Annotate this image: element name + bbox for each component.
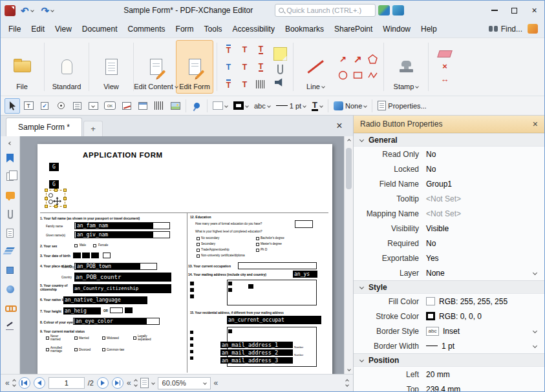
prop-row-fill-color[interactable]: Fill ColorRGB: 255, 255, 255 [354, 294, 544, 309]
minimize-button[interactable] [484, 1, 504, 20]
redacted-field[interactable]: G [49, 180, 59, 189]
prop-row-mapping-name[interactable]: Mapping Name<Not Set> [354, 206, 544, 221]
undo-dropdown-chevron-icon[interactable] [30, 8, 34, 12]
signature-field-tool-button[interactable] [119, 98, 134, 114]
overflow-chevron[interactable]: « [127, 379, 131, 387]
overflow-chevron[interactable]: « [5, 379, 10, 387]
splitter-handle[interactable] [13, 380, 16, 386]
sidebar-item-attachments[interactable] [1, 205, 19, 223]
checkbox-field[interactable] [197, 249, 200, 252]
menu-file[interactable]: File [3, 20, 26, 37]
redacted-field[interactable]: an_giv_nam [76, 232, 153, 238]
zoom-select[interactable]: 60.05% [158, 377, 211, 389]
fill-color-swatch[interactable] [426, 297, 435, 305]
list-box-tool-button[interactable] [69, 98, 85, 114]
page-layout-chevron-icon[interactable] [151, 381, 155, 385]
menu-comments[interactable]: Comments [123, 20, 171, 37]
prop-row-top[interactable]: Top239.4 mm [354, 382, 544, 391]
document-canvas[interactable]: APPLICATION FORM G G [20, 136, 344, 374]
redacted-field[interactable] [190, 282, 194, 285]
redacted-field[interactable]: an_native_language [63, 296, 147, 304]
scroll-up-button[interactable] [345, 136, 353, 145]
prop-row-visibility[interactable]: VisibilityVisible [354, 221, 544, 236]
page-number-input[interactable] [48, 377, 85, 389]
text-field-tool-button[interactable]: T [21, 98, 36, 114]
properties-button[interactable]: Properties... [375, 98, 429, 114]
resize-handle[interactable] [63, 189, 67, 192]
format-dropdown[interactable]: None [331, 98, 369, 114]
redacted-field[interactable] [228, 329, 232, 333]
line-tool-button[interactable]: Line [297, 40, 334, 94]
redacted-field[interactable] [190, 331, 193, 334]
scrollbar-thumb[interactable] [346, 148, 352, 189]
redo-button[interactable]: ↷ [39, 5, 57, 17]
chevron-down-icon[interactable] [533, 344, 537, 348]
redacted-field[interactable] [228, 282, 232, 285]
menu-form[interactable]: Form [171, 20, 199, 37]
hscroll-arrows[interactable] [346, 380, 348, 386]
redacted-field[interactable] [190, 337, 193, 340]
pan-tool-icon[interactable] [528, 24, 538, 34]
strikeout-text-icon[interactable]: T [254, 60, 268, 74]
labeled-field-icon[interactable]: T [222, 77, 236, 92]
menu-document[interactable]: Document [77, 20, 123, 37]
border-width-dropdown[interactable]: 1 pt [273, 98, 308, 114]
redacted-field[interactable] [190, 344, 193, 347]
maximize-button[interactable] [504, 1, 524, 20]
underline-text-icon[interactable]: T [254, 43, 268, 57]
redacted-field[interactable] [190, 294, 194, 298]
close-button[interactable]: × [524, 1, 544, 20]
overflow-chevron[interactable]: « [214, 379, 219, 387]
oval-annotation-icon[interactable] [338, 70, 348, 80]
checkbox-field[interactable] [197, 254, 200, 258]
redacted-field[interactable] [91, 253, 99, 258]
sidebar-item-destinations[interactable] [1, 280, 19, 298]
sidebar-item-links[interactable] [1, 298, 19, 317]
resize-handle[interactable] [45, 205, 48, 208]
document-page[interactable]: APPLICATION FORM G G [37, 144, 332, 374]
redacted-field[interactable]: an_Country_citizenship [73, 284, 171, 293]
audio-comment-icon[interactable] [275, 78, 285, 87]
tab-sample-form[interactable]: Sample Form * [6, 118, 82, 136]
rich-text-icon[interactable]: T [238, 43, 252, 57]
redacted-field[interactable] [190, 350, 193, 353]
file-ribbon-button[interactable]: File [3, 40, 41, 94]
text-color-icon[interactable]: T [222, 60, 236, 74]
chevron-down-icon[interactable] [533, 329, 537, 333]
arrow-annotation-icon[interactable]: ↗ [339, 55, 347, 63]
redacted-field[interactable] [73, 253, 81, 258]
menu-accessibility[interactable]: Accessibility [228, 20, 280, 37]
polyline-annotation-icon[interactable] [368, 70, 378, 80]
resize-handle[interactable] [45, 189, 48, 192]
radio-button-field[interactable] [48, 200, 53, 204]
view-ribbon-button[interactable]: View [92, 40, 130, 94]
resize-handle[interactable] [63, 205, 67, 208]
redacted-field[interactable]: an_ys [293, 271, 317, 278]
checkbox-field[interactable] [93, 244, 96, 247]
prop-row-field-name[interactable]: Field NameGroup1 [354, 176, 544, 191]
border-style-dropdown[interactable]: abc [251, 98, 273, 114]
scroll-down-button[interactable] [345, 365, 353, 374]
ui-options-icon[interactable] [378, 5, 390, 15]
checkbox-field[interactable] [74, 244, 78, 247]
vertical-scrollbar[interactable] [344, 136, 353, 374]
attach-file-icon[interactable] [277, 65, 283, 74]
checkbox-field[interactable] [102, 348, 105, 351]
sidebar-item-fields[interactable] [1, 223, 19, 242]
redacted-field[interactable]: an_mail_address_3 [220, 357, 293, 364]
resize-handle[interactable] [45, 197, 48, 200]
font-color-dropdown[interactable]: T [309, 98, 325, 114]
stamp-tool-button[interactable]: Stamp [387, 40, 425, 94]
redacted-field[interactable] [228, 288, 232, 292]
checkbox-field[interactable] [74, 348, 78, 351]
edit-form-ribbon-button[interactable]: Edit Form [176, 40, 213, 94]
checkbox-field[interactable] [197, 243, 200, 246]
checkbox-field[interactable] [74, 336, 78, 340]
redo-dropdown-chevron-icon[interactable] [50, 8, 54, 12]
text-field[interactable] [238, 262, 317, 269]
section-general[interactable]: General [354, 133, 544, 147]
menu-help[interactable]: Help [416, 20, 442, 37]
checkbox-field[interactable] [256, 249, 259, 252]
prop-row-border-style[interactable]: Border StyleabcInset [354, 324, 544, 338]
measure-distance-icon[interactable]: ↔ [441, 75, 449, 83]
